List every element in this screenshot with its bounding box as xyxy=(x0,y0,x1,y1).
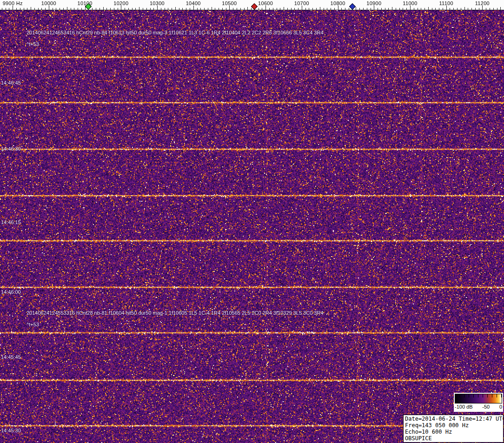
minor-tick xyxy=(204,8,205,10)
detection-annotation: 20140624124553316 hCnt28 nb-81 f10604 hi… xyxy=(27,310,324,316)
minor-tick xyxy=(277,8,277,10)
time-label: 14:46:00 xyxy=(1,289,21,295)
minor-tick xyxy=(31,7,31,10)
minor-tick xyxy=(24,8,24,10)
frequency-ruler[interactable]: 9900 Hz100001010010200103001040010500106… xyxy=(0,0,504,10)
info-line: Echo=10 600 Hz xyxy=(405,429,502,435)
minor-tick xyxy=(316,8,317,10)
colorbar-ticks xyxy=(455,394,502,397)
marker-blue[interactable] xyxy=(349,3,356,10)
info-line: OBSUPICE xyxy=(405,435,502,442)
minor-tick xyxy=(414,8,414,10)
minor-tick xyxy=(150,8,151,10)
minor-tick xyxy=(168,8,168,10)
minor-tick xyxy=(212,7,212,10)
freq-label: 11000 xyxy=(403,0,417,6)
minor-tick xyxy=(9,8,9,10)
major-tick xyxy=(302,6,302,10)
minor-tick xyxy=(457,8,458,10)
freq-label: 10800 xyxy=(331,0,345,6)
minor-tick xyxy=(74,8,74,10)
minor-tick xyxy=(6,8,6,10)
minor-tick xyxy=(497,8,497,10)
minor-tick xyxy=(41,8,42,10)
minor-tick xyxy=(493,8,494,10)
minor-tick xyxy=(399,8,400,10)
minor-tick xyxy=(139,7,139,10)
spectrogram-app: 9900 Hz100001010010200103001040010500106… xyxy=(0,0,504,443)
minor-tick xyxy=(490,8,490,10)
minor-tick xyxy=(280,8,280,10)
major-tick xyxy=(193,6,194,10)
minor-tick xyxy=(421,8,421,10)
minor-tick xyxy=(378,8,378,10)
minor-tick xyxy=(435,8,436,10)
freq-label: 10400 xyxy=(186,0,201,6)
colorbar-max-label: 0 xyxy=(499,404,502,410)
major-tick xyxy=(446,6,447,10)
minor-tick xyxy=(349,8,349,10)
time-label: 14:45:45 xyxy=(1,354,21,360)
minor-tick xyxy=(385,8,385,10)
overlay-layer: 14:46:4514:46:3014:46:1514:46:0014:45:45… xyxy=(0,0,504,443)
minor-tick xyxy=(71,8,71,10)
freq-label: 11200 xyxy=(475,0,490,6)
minor-tick xyxy=(56,8,56,10)
info-line: Date=2014-06-24 Time=12:47 UTC xyxy=(405,416,502,422)
minor-tick xyxy=(106,8,107,10)
minor-tick xyxy=(215,8,215,10)
minor-tick xyxy=(110,8,111,10)
minor-tick xyxy=(367,8,367,10)
minor-tick xyxy=(34,8,35,10)
minor-tick xyxy=(172,8,172,10)
minor-tick xyxy=(287,8,288,10)
minor-tick xyxy=(345,8,345,10)
minor-tick xyxy=(392,7,392,10)
minor-tick xyxy=(475,8,476,10)
minor-tick xyxy=(92,8,93,10)
minor-tick xyxy=(312,8,313,10)
minor-tick xyxy=(331,8,331,10)
minor-tick xyxy=(269,8,270,10)
minor-tick xyxy=(251,8,252,10)
colorbar: -100 dB -50 0 xyxy=(454,393,503,412)
minor-tick xyxy=(479,8,479,10)
minor-tick xyxy=(208,8,208,10)
minor-tick xyxy=(81,8,82,10)
minor-tick xyxy=(439,8,439,10)
minor-tick xyxy=(291,8,292,10)
marker-red[interactable] xyxy=(251,3,258,10)
minor-tick xyxy=(356,7,356,10)
minor-tick xyxy=(118,8,118,10)
minor-tick xyxy=(320,7,320,10)
minor-tick xyxy=(428,7,429,10)
colorbar-mid-label: -50 xyxy=(482,404,490,410)
major-tick xyxy=(338,6,338,10)
colorbar-labels: -100 dB -50 0 xyxy=(454,403,503,410)
major-tick xyxy=(49,6,49,10)
minor-tick xyxy=(146,8,147,10)
minor-tick xyxy=(45,8,46,10)
freq-label: 11100 xyxy=(439,0,453,6)
minor-tick xyxy=(53,8,53,10)
time-label: 14:46:15 xyxy=(1,219,21,225)
minor-tick xyxy=(403,8,403,10)
minor-tick xyxy=(262,8,262,10)
minor-tick xyxy=(341,8,342,10)
freq-label: 10300 xyxy=(150,0,165,6)
minor-tick xyxy=(363,8,364,10)
major-tick xyxy=(121,6,121,10)
minor-tick xyxy=(450,8,450,10)
minor-tick xyxy=(486,8,486,10)
major-tick xyxy=(482,6,483,10)
minor-tick xyxy=(219,8,219,10)
minor-tick xyxy=(443,8,443,10)
minor-tick xyxy=(135,8,136,10)
minor-tick xyxy=(38,8,39,10)
colorbar-gradient xyxy=(455,394,502,403)
detection-annotation: ^t+53 xyxy=(27,322,39,327)
minor-tick xyxy=(16,8,17,10)
minor-tick xyxy=(78,8,78,10)
minor-tick xyxy=(244,8,245,10)
minor-tick xyxy=(259,8,259,10)
